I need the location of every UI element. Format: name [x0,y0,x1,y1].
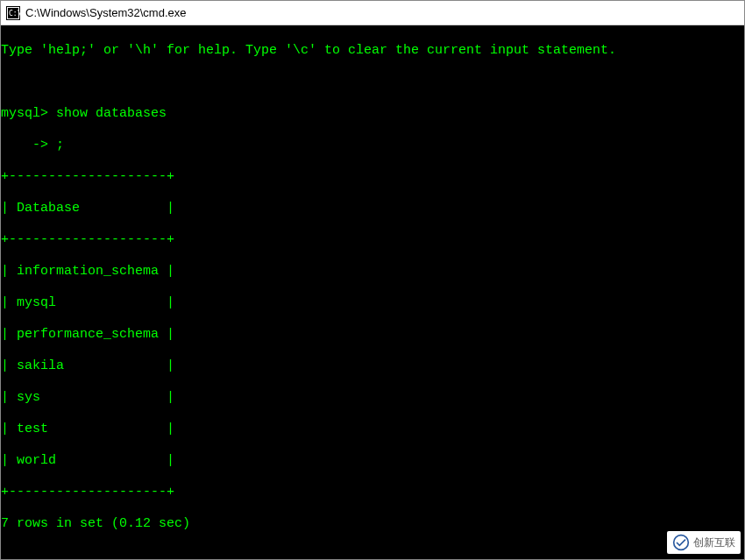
table-border: +--------------------+ [1,232,744,248]
table-header-row: | Database | [1,201,744,216]
table-row: | mysql | [1,295,744,311]
titlebar[interactable]: C:\ C:\Windows\System32\cmd.exe [1,1,744,25]
table-row: | sys | [1,390,744,406]
watermark-text: 创新互联 [693,535,735,550]
cont-line: -> ; [1,138,744,153]
help-line: Type 'help;' or '\h' for help. Type '\c'… [1,43,744,59]
blank-line [1,74,744,90]
prompt-line: mysql> show databases [1,106,744,122]
table-border: +--------------------+ [1,169,744,185]
svg-text:C:\: C:\ [9,10,20,18]
cmd-icon: C:\ [6,6,20,20]
table-row: | information_schema | [1,264,744,280]
blank-line [1,548,744,559]
table-row: | test | [1,422,744,437]
result-line: 7 rows in set (0.12 sec) [1,516,744,532]
watermark: 创新互联 [667,531,741,554]
watermark-logo-icon [672,534,690,551]
cmd-window: C:\ C:\Windows\System32\cmd.exe Type 'he… [0,0,745,560]
table-row: | world | [1,453,744,469]
table-border: +--------------------+ [1,485,744,500]
svg-point-4 [674,535,689,550]
table-row: | sakila | [1,358,744,374]
terminal-viewport[interactable]: Type 'help;' or '\h' for help. Type '\c'… [1,25,744,559]
window-title: C:\Windows\System32\cmd.exe [25,6,187,19]
command-text: show databases [56,106,167,121]
table-row: | performance_schema | [1,327,744,343]
